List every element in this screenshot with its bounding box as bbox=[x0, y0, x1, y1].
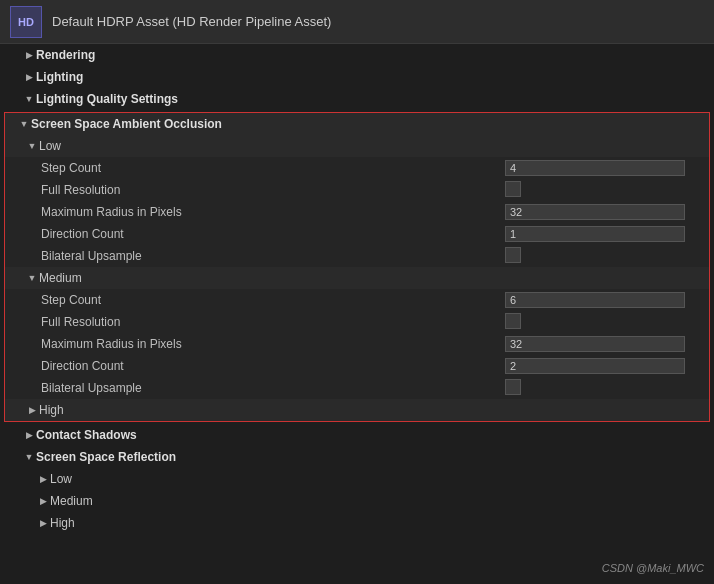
ssr-low-row[interactable]: Low bbox=[0, 468, 714, 490]
ssr-high-row[interactable]: High bbox=[0, 512, 714, 534]
ssao-title: Screen Space Ambient Occlusion bbox=[31, 117, 222, 131]
low-direction-count-label: Direction Count bbox=[41, 227, 499, 241]
content-area: Rendering Lighting Lighting Quality Sett… bbox=[0, 44, 714, 584]
low-arrow bbox=[25, 139, 39, 153]
lighting-quality-label: Lighting Quality Settings bbox=[36, 92, 714, 106]
med-step-count-row: Step Count bbox=[5, 289, 709, 311]
lighting-quality-row[interactable]: Lighting Quality Settings bbox=[0, 88, 714, 110]
ssr-high-arrow bbox=[36, 516, 50, 530]
low-step-count-value[interactable] bbox=[499, 160, 709, 176]
medium-section: Medium Step Count Full Resolution Maximu… bbox=[5, 267, 709, 399]
med-step-count-label: Step Count bbox=[41, 293, 499, 307]
low-max-radius-value[interactable] bbox=[499, 204, 709, 220]
low-step-count-label: Step Count bbox=[41, 161, 499, 175]
med-direction-count-label: Direction Count bbox=[41, 359, 499, 373]
low-section: Low Step Count Full Resolution Maximum R… bbox=[5, 135, 709, 267]
low-label: Low bbox=[39, 139, 61, 153]
low-max-radius-label: Maximum Radius in Pixels bbox=[41, 205, 499, 219]
low-bilateral-value bbox=[499, 247, 709, 266]
ssr-arrow bbox=[22, 450, 36, 464]
low-direction-count-input[interactable] bbox=[505, 226, 685, 242]
ssr-medium-arrow bbox=[36, 494, 50, 508]
rendering-arrow bbox=[22, 48, 36, 62]
ssao-section: Screen Space Ambient Occlusion Low Step … bbox=[4, 112, 710, 422]
med-full-res-row: Full Resolution bbox=[5, 311, 709, 333]
low-direction-count-value[interactable] bbox=[499, 226, 709, 242]
med-bilateral-value bbox=[499, 379, 709, 398]
ssr-label: Screen Space Reflection bbox=[36, 450, 714, 464]
med-full-res-value bbox=[499, 313, 709, 332]
low-full-res-label: Full Resolution bbox=[41, 183, 499, 197]
low-bilateral-checkbox[interactable] bbox=[505, 247, 521, 263]
medium-label: Medium bbox=[39, 271, 82, 285]
low-full-res-value bbox=[499, 181, 709, 200]
ssr-row[interactable]: Screen Space Reflection bbox=[0, 446, 714, 468]
med-max-radius-row: Maximum Radius in Pixels bbox=[5, 333, 709, 355]
low-full-res-checkbox[interactable] bbox=[505, 181, 521, 197]
medium-header[interactable]: Medium bbox=[5, 267, 709, 289]
high-arrow bbox=[25, 403, 39, 417]
med-max-radius-input[interactable] bbox=[505, 336, 685, 352]
high-label: High bbox=[39, 403, 64, 417]
med-bilateral-checkbox[interactable] bbox=[505, 379, 521, 395]
med-full-res-label: Full Resolution bbox=[41, 315, 499, 329]
low-step-count-row: Step Count bbox=[5, 157, 709, 179]
low-bilateral-label: Bilateral Upsample bbox=[41, 249, 499, 263]
contact-shadows-label: Contact Shadows bbox=[36, 428, 714, 442]
med-max-radius-label: Maximum Radius in Pixels bbox=[41, 337, 499, 351]
ssao-header[interactable]: Screen Space Ambient Occlusion bbox=[5, 113, 709, 135]
med-direction-count-value[interactable] bbox=[499, 358, 709, 374]
ssao-arrow bbox=[17, 117, 31, 131]
lighting-quality-arrow bbox=[22, 92, 36, 106]
med-bilateral-row: Bilateral Upsample bbox=[5, 377, 709, 399]
med-direction-count-input[interactable] bbox=[505, 358, 685, 374]
low-max-radius-input[interactable] bbox=[505, 204, 685, 220]
hd-badge: HD bbox=[10, 6, 42, 38]
med-step-count-value[interactable] bbox=[499, 292, 709, 308]
ssr-low-label: Low bbox=[50, 472, 714, 486]
low-header[interactable]: Low bbox=[5, 135, 709, 157]
header: HD Default HDRP Asset (HD Render Pipelin… bbox=[0, 0, 714, 44]
watermark: CSDN @Maki_MWC bbox=[602, 562, 704, 574]
lighting-row[interactable]: Lighting bbox=[0, 66, 714, 88]
lighting-arrow bbox=[22, 70, 36, 84]
rendering-row[interactable]: Rendering bbox=[0, 44, 714, 66]
medium-arrow bbox=[25, 271, 39, 285]
contact-shadows-arrow bbox=[22, 428, 36, 442]
contact-shadows-row[interactable]: Contact Shadows bbox=[0, 424, 714, 446]
low-step-count-input[interactable] bbox=[505, 160, 685, 176]
med-max-radius-value[interactable] bbox=[499, 336, 709, 352]
rendering-label: Rendering bbox=[36, 48, 714, 62]
lighting-label: Lighting bbox=[36, 70, 714, 84]
low-max-radius-row: Maximum Radius in Pixels bbox=[5, 201, 709, 223]
med-full-res-checkbox[interactable] bbox=[505, 313, 521, 329]
med-step-count-input[interactable] bbox=[505, 292, 685, 308]
low-full-res-row: Full Resolution bbox=[5, 179, 709, 201]
low-bilateral-row: Bilateral Upsample bbox=[5, 245, 709, 267]
ssr-medium-label: Medium bbox=[50, 494, 714, 508]
high-section: High bbox=[5, 399, 709, 421]
low-direction-count-row: Direction Count bbox=[5, 223, 709, 245]
ssr-high-label: High bbox=[50, 516, 714, 530]
ssr-medium-row[interactable]: Medium bbox=[0, 490, 714, 512]
med-bilateral-label: Bilateral Upsample bbox=[41, 381, 499, 395]
high-header[interactable]: High bbox=[5, 399, 709, 421]
header-title: Default HDRP Asset (HD Render Pipeline A… bbox=[52, 14, 331, 29]
med-direction-count-row: Direction Count bbox=[5, 355, 709, 377]
ssr-low-arrow bbox=[36, 472, 50, 486]
